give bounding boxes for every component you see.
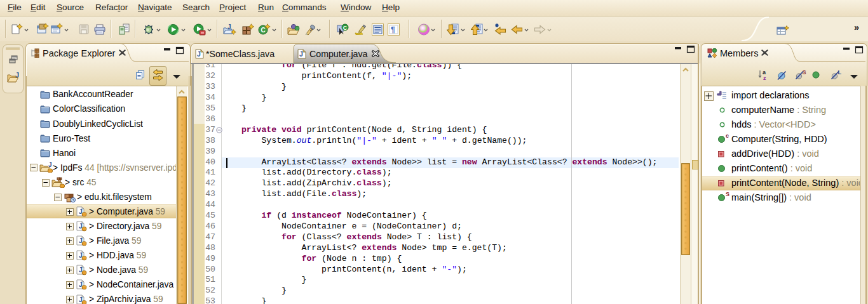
svg-text:C: C [261,27,266,34]
svg-text:z: z [763,75,766,81]
svg-text:¶: ¶ [391,25,395,34]
svg-text:C: C [343,25,348,31]
svg-text:J: J [299,50,303,58]
svg-text:J: J [197,50,201,58]
